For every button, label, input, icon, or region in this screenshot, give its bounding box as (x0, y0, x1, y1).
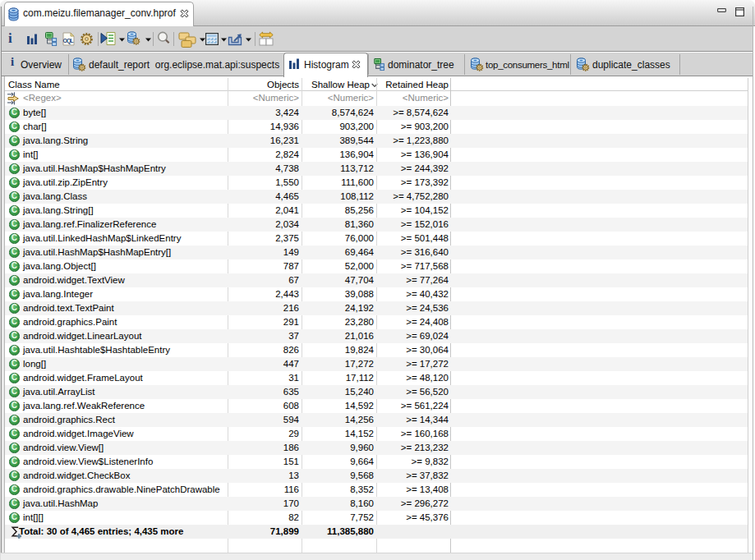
svg-text:OQL: OQL (63, 38, 75, 44)
